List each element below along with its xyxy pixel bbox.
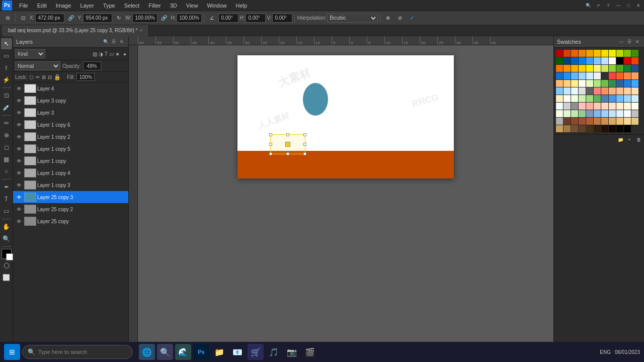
swatch-color-83[interactable] [601, 103, 608, 110]
list-item[interactable]: 👁 Layer 25 copy [13, 215, 128, 227]
swatch-color-54[interactable] [631, 80, 638, 87]
close-btn[interactable]: ✕ [635, 2, 642, 9]
menu-image[interactable]: Image [52, 2, 75, 10]
swatch-color-106[interactable] [609, 118, 616, 125]
swatch-color-51[interactable] [609, 80, 616, 87]
swatch-color-76[interactable] [631, 95, 638, 102]
swatch-color-85[interactable] [616, 103, 623, 110]
link-wh-icon[interactable]: 🔗 [158, 13, 170, 24]
swatches-menu-btn[interactable]: ☰ [626, 38, 633, 45]
quick-mask-icon[interactable]: ⬡ [1, 260, 12, 271]
swatch-color-62[interactable] [609, 87, 616, 95]
swatch-color-36[interactable] [579, 72, 586, 79]
swatch-color-45[interactable] [564, 80, 571, 87]
layer-visibility-icon[interactable]: 👁 [15, 97, 23, 105]
menu-3d[interactable]: 3D [166, 2, 181, 10]
filter-toggle[interactable]: ● [123, 51, 126, 57]
layer-visibility-icon[interactable]: 👁 [15, 205, 23, 213]
swatch-color-99[interactable] [556, 118, 563, 125]
rotation-icon[interactable]: ↻ [113, 13, 124, 24]
canvas-document-wrapper[interactable]: 大素材 RRCG 人人素材 [237, 55, 454, 178]
handle-bl[interactable] [269, 152, 272, 155]
swatch-color-81[interactable] [586, 103, 593, 110]
swatch-color-34[interactable] [564, 72, 571, 79]
type-tool[interactable]: T [1, 194, 12, 205]
swatch-color-105[interactable] [601, 118, 608, 125]
layer-visibility-icon[interactable]: 👁 [15, 121, 23, 129]
swatch-color-61[interactable] [601, 87, 608, 95]
swatch-color-89[interactable] [564, 110, 571, 117]
swatch-color-49[interactable] [594, 80, 601, 87]
swatch-color-11[interactable] [556, 57, 563, 64]
crop-tool[interactable]: ⊡ [1, 90, 12, 101]
swatch-color-74[interactable] [616, 95, 623, 102]
swatch-color-93[interactable] [594, 110, 601, 117]
swatch-color-19[interactable] [616, 57, 623, 64]
taskbar-app-ps[interactable]: Ps [193, 344, 209, 360]
eraser-tool[interactable]: ◻ [1, 142, 12, 153]
swatch-color-86[interactable] [624, 103, 631, 110]
swatch-color-67[interactable] [564, 95, 571, 102]
menu-view[interactable]: View [182, 2, 202, 10]
foreground-color[interactable] [2, 249, 12, 259]
v-skew-input[interactable] [272, 14, 292, 23]
swatch-color-119[interactable] [624, 125, 631, 132]
swatch-color-13[interactable] [571, 57, 578, 64]
gradient-tool[interactable]: ▦ [1, 154, 12, 165]
w-input[interactable] [132, 14, 157, 23]
swatch-color-103[interactable] [586, 118, 593, 125]
taskbar-search-box[interactable]: 🔍 Type here to search [22, 345, 133, 359]
swatch-color-108[interactable] [624, 118, 631, 125]
layer-visibility-icon[interactable]: 👁 [15, 109, 23, 117]
swatch-color-68[interactable] [571, 95, 578, 102]
swatch-color-18[interactable] [609, 57, 616, 64]
selection-center[interactable] [285, 142, 290, 147]
swatch-color-39[interactable] [601, 72, 608, 79]
swatch-color-33[interactable] [556, 72, 563, 79]
taskbar-app-edge[interactable]: 🌊 [175, 344, 191, 360]
swatch-color-92[interactable] [586, 110, 593, 117]
start-button[interactable]: ⊞ [4, 344, 20, 360]
opacity-input[interactable] [83, 61, 101, 70]
dodge-tool[interactable]: ○ [1, 166, 12, 177]
swatch-color-56[interactable] [564, 87, 571, 95]
maximize-btn[interactable]: □ [625, 2, 632, 9]
link-xy-icon[interactable]: 🔗 [65, 13, 76, 24]
swatch-color-80[interactable] [579, 103, 586, 110]
swatch-color-77[interactable] [556, 103, 563, 110]
swatch-color-25[interactable] [579, 65, 586, 72]
rotation-input[interactable] [218, 14, 238, 23]
swatch-color-118[interactable] [616, 125, 623, 132]
taskbar-app-video[interactable]: 🎬 [302, 344, 318, 360]
swatch-color-95[interactable] [609, 110, 616, 117]
document-tab[interactable]: ball seq lesson.psd @ 33.3% (Layer 25 co… [2, 25, 149, 36]
swatch-color-28[interactable] [601, 65, 608, 72]
menu-file[interactable]: File [15, 2, 32, 10]
magic-wand-tool[interactable]: ⚡ [1, 74, 12, 85]
panel-close-btn[interactable]: ✕ [118, 38, 125, 45]
list-item[interactable]: 👁 Layer 1 copy 6 [13, 119, 128, 131]
list-item[interactable]: 👁 Layer 1 copy 3 [13, 179, 128, 191]
handle-br[interactable] [303, 152, 306, 155]
swatch-color-104[interactable] [594, 118, 601, 125]
taskbar-app-music[interactable]: 🎵 [266, 344, 282, 360]
swatch-color-1[interactable] [564, 50, 571, 57]
swatch-color-6[interactable] [601, 50, 608, 57]
swatch-color-10[interactable] [631, 50, 638, 57]
swatch-color-21[interactable] [631, 57, 638, 64]
swatch-color-63[interactable] [616, 87, 623, 95]
filter-pixel-icon[interactable]: ▨ [93, 51, 97, 57]
clone-tool[interactable]: ⊕ [1, 130, 12, 141]
layer-filter-select[interactable]: Kind [15, 49, 45, 58]
taskbar-app-mail[interactable]: 📧 [229, 344, 246, 360]
layer-visibility-icon[interactable]: 👁 [15, 133, 23, 141]
swatch-color-87[interactable] [631, 103, 638, 110]
lock-artboard-icon[interactable]: ⊟ [48, 74, 52, 80]
shape-tool[interactable]: ▭ [1, 206, 12, 217]
swatch-color-79[interactable] [571, 103, 578, 110]
lasso-tool[interactable]: ℓ [1, 62, 12, 73]
layer-visibility-icon[interactable]: 👁 [15, 145, 23, 153]
swatch-color-60[interactable] [594, 87, 601, 95]
list-item[interactable]: 👁 Layer 25 copy 2 [13, 203, 128, 215]
swatch-color-16[interactable] [594, 57, 601, 64]
